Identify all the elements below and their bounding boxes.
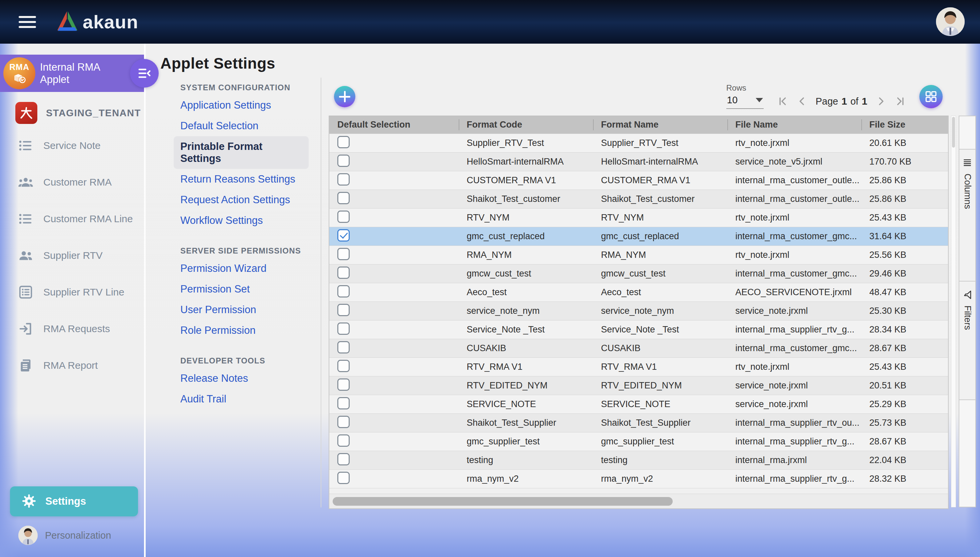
- prev-page-button[interactable]: [796, 96, 808, 107]
- table-row[interactable]: Aeco_test Aeco_test AECO_SERVICENOTE.jrx…: [329, 283, 948, 301]
- table-row[interactable]: RTV_NYM RTV_NYM rtv_note.jrxml 25.43 KB: [329, 208, 948, 227]
- cell-file-size: 48.47 KB: [861, 287, 948, 298]
- row-checkbox[interactable]: [338, 378, 350, 391]
- cell-format-name: gmc_supplier_test: [593, 436, 727, 447]
- sidebar-item-rma-report[interactable]: RMA Report: [0, 347, 144, 384]
- nav-item-permission-set[interactable]: Permission Set: [174, 279, 256, 300]
- table-row[interactable]: service_note_nym service_note_nym servic…: [329, 301, 948, 320]
- table-row[interactable]: rma_nym_v2 rma_nym_v2 internal_rma_suppl…: [329, 469, 948, 488]
- table-row[interactable]: Shaikot_Test_Supplier Shaikot_Test_Suppl…: [329, 414, 948, 432]
- cell-file-size: 22.04 KB: [861, 455, 948, 466]
- cell-format-name: CUSAKIB: [593, 343, 727, 353]
- row-checkbox[interactable]: [338, 397, 350, 409]
- nav-item-workflow-settings[interactable]: Workflow Settings: [174, 210, 270, 231]
- horizontal-scrollbar[interactable]: [329, 494, 948, 508]
- row-checkbox[interactable]: [338, 136, 350, 148]
- settings-button[interactable]: Settings: [10, 486, 138, 516]
- nav-item-user-permission[interactable]: User Permission: [174, 300, 263, 320]
- nav-item-return-reasons-settings[interactable]: Return Reasons Settings: [174, 169, 302, 189]
- rows-per-page-select[interactable]: 10: [726, 94, 764, 109]
- nav-section-heading: DEVELOPER TOOLS: [180, 356, 309, 365]
- nav-item-application-settings[interactable]: Application Settings: [174, 95, 278, 116]
- cell-file-name: internal_rma_customer_gmc...: [727, 269, 861, 279]
- row-checkbox[interactable]: [338, 322, 350, 335]
- row-checkbox[interactable]: [338, 210, 350, 223]
- row-checkbox[interactable]: [338, 341, 350, 353]
- nav-item-request-action-settings[interactable]: Request Action Settings: [174, 189, 297, 210]
- hamburger-menu-icon[interactable]: [19, 13, 36, 31]
- next-page-button[interactable]: [875, 96, 887, 107]
- cell-format-code: RTV_NYM: [459, 213, 593, 223]
- table-row[interactable]: RTV_EDITED_NYM RTV_EDITED_NYM service_no…: [329, 376, 948, 395]
- col-header-default-selection: Default Selection: [329, 116, 459, 134]
- table-row[interactable]: Supplier_RTV_Test Supplier_RTV_Test rtv_…: [329, 134, 948, 152]
- table-row[interactable]: gmc_supplier_test gmc_supplier_test inte…: [329, 432, 948, 451]
- sidebar-item-rma-requests[interactable]: RMA Requests: [0, 311, 144, 347]
- table-side-panel: Columns Filters: [959, 116, 976, 507]
- row-checkbox[interactable]: [338, 248, 350, 260]
- cell-file-size: 25.43 KB: [861, 362, 948, 372]
- vertical-scrollbar-thumb[interactable]: [952, 117, 955, 148]
- tenant-selector[interactable]: STAGING_TENANT: [0, 102, 144, 124]
- cell-format-code: HelloSmart-internalRMA: [459, 156, 593, 167]
- nav-item-default-selection[interactable]: Default Selection: [174, 116, 265, 136]
- nav-item-release-notes[interactable]: Release Notes: [174, 368, 255, 389]
- nav-item-printable-format-settings[interactable]: Printable Format Settings: [174, 136, 309, 169]
- cell-format-code: testing: [459, 455, 593, 466]
- cell-format-code: gmc_supplier_test: [459, 436, 593, 447]
- row-checkbox[interactable]: [338, 267, 350, 279]
- sidebar-item-service-note[interactable]: Service Note: [0, 127, 144, 164]
- sidebar-collapse-button[interactable]: [130, 59, 159, 88]
- tab-filters[interactable]: Filters: [959, 282, 975, 400]
- table-row[interactable]: RTV_RMA V1 RTV_RMA V1 rtv_note.jrxml 25.…: [329, 357, 948, 376]
- row-checkbox[interactable]: [338, 304, 350, 316]
- table-row[interactable]: Shaikot_Test_customer Shaikot_Test_custo…: [329, 189, 948, 208]
- user-avatar[interactable]: [936, 7, 965, 36]
- applet-header[interactable]: RMA Internal RMA Applet: [0, 55, 144, 92]
- sidebar-item-supplier-rtv-line[interactable]: Supplier RTV Line: [0, 274, 144, 311]
- rma-applet-badge: RMA: [3, 57, 35, 89]
- cell-format-name: CUSTOMER_RMA V1: [593, 175, 727, 186]
- nav-item-permission-wizard[interactable]: Permission Wizard: [174, 258, 273, 279]
- row-checkbox[interactable]: [338, 173, 350, 186]
- row-checkbox[interactable]: [338, 155, 350, 167]
- cell-format-name: Shaikot_Test_Supplier: [593, 418, 727, 428]
- first-page-button[interactable]: [777, 96, 788, 107]
- row-checkbox[interactable]: [338, 435, 350, 447]
- sidebar-item-customer-rma-line[interactable]: Customer RMA Line: [0, 200, 144, 237]
- grid-view-button[interactable]: [919, 85, 942, 108]
- row-checkbox[interactable]: [338, 453, 350, 466]
- table-row[interactable]: gmcw_cust_test gmcw_cust_test internal_r…: [329, 264, 948, 283]
- sidebar-item-supplier-rtv[interactable]: Supplier RTV: [0, 237, 144, 274]
- personalization-item[interactable]: Personalization: [0, 526, 144, 545]
- row-checkbox[interactable]: [338, 360, 350, 372]
- cell-file-size: 31.64 KB: [861, 231, 948, 241]
- row-checkbox[interactable]: [338, 285, 350, 298]
- table-row[interactable]: HelloSmart-internalRMA HelloSmart-intern…: [329, 152, 948, 171]
- table-row[interactable]: SERVICE_NOTE SERVICE_NOTE service_note.j…: [329, 395, 948, 414]
- row-checkbox[interactable]: [338, 416, 350, 428]
- tab-columns[interactable]: Columns: [959, 150, 975, 282]
- table-body: Supplier_RTV_Test Supplier_RTV_Test rtv_…: [329, 134, 948, 488]
- nav-section-heading: SERVER SIDE PERMISSIONS: [180, 246, 309, 256]
- row-checkbox[interactable]: [338, 472, 350, 484]
- applet-settings-nav: SYSTEM CONFIGURATION Application Setting…: [146, 78, 321, 507]
- horizontal-scrollbar-thumb[interactable]: [333, 497, 673, 506]
- cell-format-name: RTV_RMA V1: [593, 362, 727, 372]
- table-row[interactable]: testing testing internal_rma.jrxml 22.04…: [329, 451, 948, 469]
- sidebar-item-customer-rma[interactable]: Customer RMA: [0, 164, 144, 200]
- cell-file-name: internal_rma_customer_gmc...: [727, 343, 861, 353]
- vertical-scrollbar[interactable]: [951, 116, 956, 507]
- table-row[interactable]: CUSTOMER_RMA V1 CUSTOMER_RMA V1 internal…: [329, 171, 948, 189]
- cell-format-code: service_note_nym: [459, 306, 593, 316]
- table-row[interactable]: CUSAKIB CUSAKIB internal_rma_customer_gm…: [329, 339, 948, 357]
- nav-item-audit-trail[interactable]: Audit Trail: [174, 389, 233, 409]
- table-row[interactable]: RMA_NYM RMA_NYM rtv_note.jrxml 25.56 KB: [329, 246, 948, 264]
- nav-item-role-permission[interactable]: Role Permission: [174, 320, 263, 341]
- table-row[interactable]: gmc_cust_replaced gmc_cust_replaced inte…: [329, 227, 948, 246]
- add-button[interactable]: [334, 86, 355, 107]
- row-checkbox[interactable]: [338, 192, 350, 204]
- last-page-button[interactable]: [895, 96, 906, 107]
- row-checkbox[interactable]: [338, 229, 350, 241]
- table-row[interactable]: Service_Note _Test Service_Note _Test in…: [329, 320, 948, 339]
